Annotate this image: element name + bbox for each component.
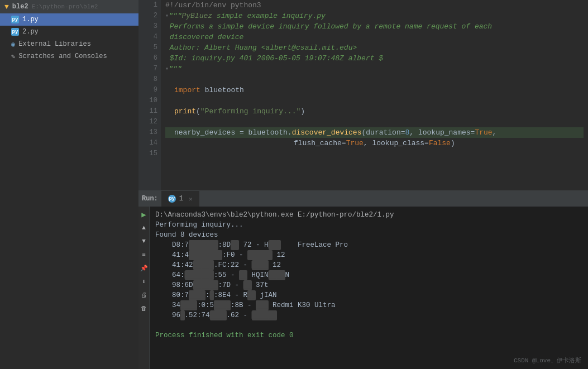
sidebar-item-label: 1.py [22, 16, 39, 23]
line-num-2: 2 [142, 11, 157, 21]
output-line-d6: 80:7████:█:8E4 - R██ jIAN [155, 290, 582, 300]
line-num-8: 8 [142, 74, 157, 85]
code-line-1: #!/usr/bin/env python3 [165, 0, 584, 11]
sidebar-item-label: Scratches and Consoles [18, 52, 107, 60]
code-line-7: ▾""" [165, 64, 584, 74]
code-line-9: import bluetooth [165, 85, 584, 95]
line-num-1: 1 [142, 0, 157, 11]
run-panel: Run: py 1 ✕ ▶ ▲ ▼ ≡ 📌 ⬇ 🖨 🗑 [138, 190, 588, 369]
code-line-15 [165, 148, 584, 159]
scratch-icon: ✎ [11, 52, 15, 61]
line-num-5: 5 [142, 42, 157, 53]
line-num-14: 14 [142, 138, 157, 148]
line-num-13: 13 [142, 127, 157, 138]
line-num-3: 3 [142, 21, 157, 32]
py-file-icon-2: py [11, 28, 19, 36]
code-line-6: $Id: inquiry.py 401 2006-05-05 19:07:48Z… [165, 53, 584, 64]
line-numbers: 1 2 3 4 5 6 7 8 9 10 11 12 13 14 15 [138, 0, 161, 190]
line-num-10: 10 [142, 95, 157, 106]
run-output: D:\Anaconda3\envs\ble2\python.exe E:/pyt… [150, 207, 588, 369]
code-line-2: ▾"""PyBluez simple example inquiry.py [165, 11, 584, 21]
output-line-cmd: D:\Anaconda3\envs\ble2\python.exe E:/pyt… [155, 210, 582, 220]
output-line-1: Performing inquiry... [155, 220, 582, 230]
py-file-icon: py [11, 16, 19, 23]
scroll-up-btn[interactable]: ▲ [140, 223, 149, 232]
close-tab-btn[interactable]: ✕ [189, 195, 193, 203]
lib-icon: ◉ [11, 40, 15, 49]
sidebar-item-2py[interactable]: py 2.py [0, 26, 138, 38]
code-line-12 [165, 117, 584, 127]
code-line-13: nearby_devices = bluetooth.discover_devi… [165, 127, 584, 138]
output-line-exit: Process finished with exit code 0 [155, 330, 582, 341]
pin-btn[interactable]: 📌 [140, 263, 149, 272]
project-name: ble2 [12, 3, 28, 11]
editor-area: 1 2 3 4 5 6 7 8 9 10 11 12 13 14 15 #!/u… [138, 0, 588, 369]
output-line-2: Found 8 devices [155, 230, 582, 240]
code-line-4: discovered device [165, 32, 584, 42]
sidebar-item-label: 2.py [22, 28, 39, 36]
sidebar-item-external-libs[interactable]: ◉ External Libraries [0, 38, 138, 50]
output-line-d5: 98:6D██████:7D - ██ 37t [155, 280, 582, 290]
code-view: 1 2 3 4 5 6 7 8 9 10 11 12 13 14 15 #!/u… [138, 0, 588, 190]
save-output-btn[interactable]: ⬇ [140, 277, 149, 286]
line-num-9: 9 [142, 85, 157, 95]
scroll-down-btn[interactable]: ▼ [140, 237, 149, 246]
sidebar-item-scratches[interactable]: ✎ Scratches and Consoles [0, 50, 138, 63]
sidebar-item-label: External Libraries [18, 40, 91, 48]
run-play-btn[interactable]: ▶ [140, 210, 149, 219]
code-line-8 [165, 74, 584, 85]
line-num-7: 7 [142, 64, 157, 74]
code-content[interactable]: #!/usr/bin/env python3 ▾"""PyBluez simpl… [161, 0, 588, 190]
clear-btn[interactable]: 🗑 [140, 304, 149, 313]
line-num-12: 12 [142, 117, 157, 127]
output-line-d4: 64:███████:55 - ██ HQIN████N [155, 270, 582, 280]
sidebar-item-1py[interactable]: py 1.py [0, 13, 138, 26]
output-line-empty [155, 320, 582, 330]
code-line-5: Author: Albert Huang <albert@csail.mit.e… [165, 42, 584, 53]
project-header: ▼ ble2 E:\python-pro\ble2 [0, 0, 138, 13]
main-layout: ▼ ble2 E:\python-pro\ble2 py 1.py py 2.p… [0, 0, 588, 369]
run-tab-1[interactable]: py 1 ✕ [161, 191, 200, 207]
project-path: E:\python-pro\ble2 [32, 3, 98, 10]
run-tab-icon: py [168, 195, 176, 203]
line-num-11: 11 [142, 106, 157, 117]
output-line-d2: 41:4████████:F0 - ██████ 12 [155, 250, 582, 260]
code-line-10 [165, 95, 584, 106]
print-btn[interactable]: 🖨 [140, 290, 149, 299]
line-num-4: 4 [142, 32, 157, 42]
output-line-d7: 34████:0:5████:8B - ███ Redmi K30 Ultra [155, 300, 582, 310]
output-line-d1: D8:7███████:8D██ 72 - H███ FreeLace Pro [155, 240, 582, 250]
code-line-11: print("Performing inquiry...") [165, 106, 584, 117]
run-label: Run: [138, 191, 161, 207]
code-line-14: flush_cache=True, lookup_class=False) [165, 138, 584, 148]
output-line-d3: 41:42█████.FC:22 - ████ 12 [155, 260, 582, 270]
project-folder-icon: ▼ [4, 3, 9, 11]
line-num-15: 15 [142, 148, 157, 159]
output-line-d8: 96█.52:74████.62 - ██████ [155, 310, 582, 320]
run-tab-label: 1 [179, 195, 183, 203]
run-content-area: ▶ ▲ ▼ ≡ 📌 ⬇ 🖨 🗑 D:\Anaconda3\envs\ble2\p… [138, 207, 588, 369]
code-line-3: Performs a simple device inquiry followe… [165, 21, 584, 32]
line-num-6: 6 [142, 53, 157, 64]
watermark: CSDN @Love、伊卡洛斯 [514, 356, 581, 365]
wrap-btn[interactable]: ≡ [140, 250, 149, 259]
run-tabs: Run: py 1 ✕ [138, 191, 588, 207]
run-toolbar-left: ▶ ▲ ▼ ≡ 📌 ⬇ 🖨 🗑 [138, 207, 150, 369]
sidebar: ▼ ble2 E:\python-pro\ble2 py 1.py py 2.p… [0, 0, 138, 369]
